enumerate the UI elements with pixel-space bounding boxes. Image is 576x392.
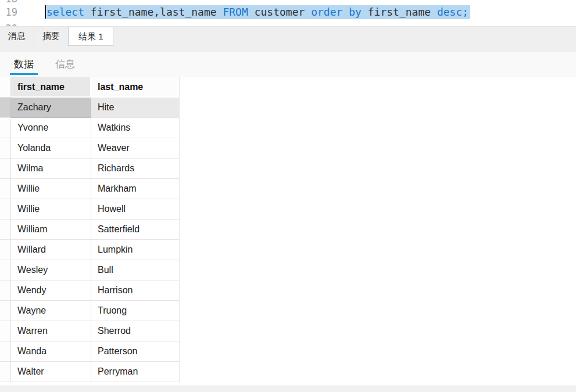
sql-token-keyword: select — [46, 6, 91, 18]
sql-token-plain: first_name,last_name — [91, 6, 223, 18]
grid-cell[interactable]: Willie — [11, 179, 91, 199]
sql-token-keyword: FROM — [223, 6, 254, 18]
grid-cell[interactable]: Weaver — [91, 138, 180, 159]
row-gutter[interactable] — [0, 179, 11, 199]
grid-cell[interactable]: Bull — [91, 260, 180, 280]
grid-cell[interactable]: Lumpkin — [91, 240, 180, 260]
row-gutter[interactable] — [0, 159, 11, 179]
grid-cell[interactable]: Wayne — [11, 301, 91, 321]
grid-cell[interactable]: Richards — [91, 159, 180, 179]
table-row: YvonneWatkins — [0, 118, 180, 138]
result-tab-bar: 消息摘要结果 1 — [0, 26, 576, 52]
row-gutter[interactable] — [0, 220, 11, 240]
row-gutter[interactable] — [0, 321, 11, 341]
table-row: WarrenSherrod — [0, 321, 180, 341]
subtab-info[interactable]: 信息 — [51, 57, 79, 75]
grid-cell[interactable]: Satterfield — [91, 220, 180, 240]
line-number: 20 — [0, 21, 17, 26]
grid-cell[interactable]: Wendy — [11, 280, 91, 301]
sql-token-keyword: order by — [311, 6, 368, 18]
grid-cell[interactable]: Harrison — [91, 280, 180, 301]
tab-messages[interactable]: 消息 — [0, 27, 34, 46]
table-row: ZacharyHite — [0, 98, 180, 118]
grid-cell[interactable]: Wesley — [11, 260, 91, 280]
row-gutter[interactable] — [0, 362, 11, 382]
result-grid: first_namelast_name ZacharyHiteYvonneWat… — [0, 77, 180, 382]
grid-cell[interactable]: Willie — [11, 199, 91, 220]
table-row: YolandaWeaver — [0, 138, 180, 159]
grid-cell[interactable]: William — [11, 220, 91, 240]
sql-token-plain: first_name — [368, 6, 437, 18]
line-number: 19 — [0, 5, 17, 20]
grid-cell[interactable]: Truong — [91, 301, 180, 321]
grid-cell[interactable]: Perryman — [91, 362, 180, 382]
grid-header-row: first_namelast_name — [0, 77, 180, 98]
sql-token-keyword: desc; — [437, 6, 468, 18]
table-row: WillardLumpkin — [0, 240, 180, 260]
sql-statement-selected-text[interactable]: select first_name,last_name FROM custome… — [45, 5, 470, 19]
table-row: WalterPerryman — [0, 362, 180, 382]
table-row: WilmaRichards — [0, 159, 180, 179]
grid-cell[interactable]: Willard — [11, 240, 91, 260]
grid-cell[interactable]: Howell — [91, 199, 180, 220]
table-row: WesleyBull — [0, 260, 180, 280]
horizontal-scrollbar[interactable] — [0, 386, 576, 392]
table-row: WilliamSatterfield — [0, 220, 180, 240]
column-header-last_name[interactable]: last_name — [91, 77, 180, 98]
table-row: WandaPatterson — [0, 341, 180, 362]
grid-cell[interactable]: Warren — [11, 321, 91, 341]
grid-cell[interactable]: Patterson — [91, 341, 180, 362]
grid-cell[interactable]: Walter — [11, 362, 91, 382]
grid-cell[interactable]: Hite — [91, 98, 180, 118]
tab-summary[interactable]: 摘要 — [34, 27, 69, 46]
row-gutter[interactable] — [0, 260, 11, 280]
grid-cell[interactable]: Wanda — [11, 341, 91, 362]
grid-cell[interactable]: Watkins — [91, 118, 180, 138]
editor-line-current: 19 select first_name,last_name FROM cust… — [0, 5, 576, 20]
grid-cell[interactable]: Yolanda — [11, 138, 91, 159]
grid-cell[interactable]: Markham — [91, 179, 180, 199]
editor-line: 20 — [0, 21, 576, 26]
grid-cell[interactable]: Sherrod — [91, 321, 180, 341]
text-cursor — [45, 5, 46, 19]
tab-result-1[interactable]: 结果 1 — [69, 27, 113, 46]
row-gutter[interactable] — [0, 138, 11, 159]
grid-cell[interactable]: Zachary — [11, 98, 91, 118]
sql-token-plain: customer — [255, 6, 312, 18]
query-result-window: 18 19 select first_name,last_name FROM c… — [0, 0, 576, 392]
grid-cell[interactable]: Wilma — [11, 159, 91, 179]
sql-editor[interactable]: 18 19 select first_name,last_name FROM c… — [0, 0, 576, 26]
table-row: WillieMarkham — [0, 179, 180, 199]
subtab-data[interactable]: 数据 — [10, 57, 38, 75]
grid-body: ZacharyHiteYvonneWatkinsYolandaWeaverWil… — [0, 98, 180, 382]
row-gutter[interactable] — [0, 98, 11, 118]
table-row: WillieHowell — [0, 199, 180, 220]
row-gutter[interactable] — [0, 199, 11, 220]
row-gutter[interactable] — [0, 240, 11, 260]
row-gutter[interactable] — [0, 118, 11, 138]
row-gutter[interactable] — [0, 280, 11, 301]
row-gutter[interactable] — [0, 301, 11, 321]
table-row: WendyHarrison — [0, 280, 180, 301]
row-gutter-header[interactable] — [0, 77, 11, 98]
grid-cell[interactable]: Yvonne — [11, 118, 91, 138]
column-header-first_name[interactable]: first_name — [11, 77, 91, 98]
table-row: WayneTruong — [0, 301, 180, 321]
row-gutter[interactable] — [0, 341, 11, 362]
view-tab-bar: 数据信息 — [0, 52, 576, 77]
